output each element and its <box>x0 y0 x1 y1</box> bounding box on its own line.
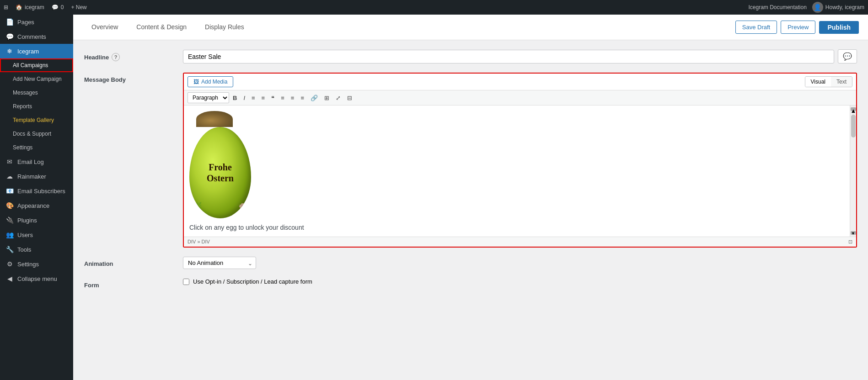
sidebar-item-messages[interactable]: Messages <box>0 86 73 100</box>
sidebar-item-rainmaker[interactable]: ☁ Rainmaker <box>0 169 73 184</box>
email-subscribers-icon: 📧 <box>5 187 14 195</box>
sidebar-item-collapse[interactable]: ◀ Collapse menu <box>0 271 73 286</box>
tools-icon: 🔧 <box>5 246 14 253</box>
rainmaker-icon: ☁ <box>5 173 14 180</box>
editor-scrollbar[interactable]: ▲ ▼ <box>850 106 856 237</box>
save-draft-button[interactable]: Save Draft <box>735 21 777 34</box>
editor-toolbar: Paragraph Heading 1 Heading 2 B I ≡ ≡ ❝ … <box>184 90 856 106</box>
message-body-label: Message Body <box>84 73 176 83</box>
editor-caption: Click on any egg to unlock your discount <box>189 224 304 231</box>
add-media-icon: 🖼 <box>193 79 199 85</box>
comments-icon: 💬 <box>52 4 59 11</box>
editor-wrapper: 🖼 Add Media Visual Text Paragraph <box>183 73 857 248</box>
ul-button[interactable]: ≡ <box>249 93 258 103</box>
table-button[interactable]: ⊞ <box>321 93 332 103</box>
sub-nav-actions: Save Draft Preview Publish <box>735 21 859 34</box>
tab-display-rules[interactable]: Display Rules <box>196 15 253 40</box>
site-name[interactable]: 🏠 icegram <box>16 4 44 11</box>
egg-decoration: ╭╮╰╯ <box>240 133 247 143</box>
collapse-icon: ◀ <box>5 275 14 282</box>
sidebar-item-settings[interactable]: ⚙ Settings <box>0 257 73 271</box>
scroll-up-arrow[interactable]: ▲ <box>851 107 856 111</box>
emoji-button[interactable]: 💬 <box>838 49 857 63</box>
view-tabs: Visual Text <box>805 76 852 87</box>
add-media-button[interactable]: 🖼 Add Media <box>188 76 233 87</box>
sidebar-item-email-subscribers[interactable]: 📧 Email Subscribers <box>0 184 73 198</box>
message-body-row: Message Body 🖼 Add Media Visual Tex <box>84 73 857 248</box>
content-area: Overview Content & Design Display Rules … <box>73 15 868 380</box>
sidebar-item-appearance[interactable]: 🎨 Appearance <box>0 198 73 213</box>
icegram-submenu: All Campaigns Add New Campaign Messages … <box>0 58 73 154</box>
animation-select[interactable]: No Animation Fade In Slide In Bounce <box>183 257 256 269</box>
sidebar-item-docs-support[interactable]: Docs & Support <box>0 127 73 141</box>
sidebar-item-template-gallery[interactable]: Template Gallery <box>0 113 73 127</box>
settings-icon: ⚙ <box>5 260 14 268</box>
tab-overview[interactable]: Overview <box>82 15 127 40</box>
align-right-button[interactable]: ≡ <box>298 93 307 103</box>
egg-top-partial <box>196 111 233 127</box>
sidebar-item-reports[interactable]: Reports <box>0 100 73 113</box>
sidebar-item-tools[interactable]: 🔧 Tools <box>0 242 73 257</box>
headline-control: 💬 <box>183 49 857 63</box>
headline-input[interactable] <box>183 50 834 63</box>
editor-body[interactable]: ╭╮╰╯ Frohe Ostern 🌿 🌸 Click on any egg t… <box>184 106 856 237</box>
comments-icon: 💬 <box>5 33 14 40</box>
sidebar-item-all-campaigns[interactable]: All Campaigns <box>0 58 73 72</box>
animation-row: Animation No Animation Fade In Slide In … <box>84 257 857 269</box>
fullscreen-button[interactable]: ⤢ <box>333 93 343 103</box>
link-button[interactable]: 🔗 <box>308 93 321 103</box>
page-content: Headline ? 💬 Message Body <box>73 40 868 380</box>
users-icon: 👥 <box>5 231 14 238</box>
sidebar-item-pages[interactable]: 📄 Pages <box>0 15 73 29</box>
sidebar-item-email-log[interactable]: ✉ Email Log <box>0 154 73 169</box>
headline-label: Headline ? <box>84 49 176 61</box>
animation-label: Animation <box>84 257 176 267</box>
sidebar-item-comments[interactable]: 💬 Comments <box>0 29 73 44</box>
plugins-icon: 🔌 <box>5 216 14 224</box>
italic-button[interactable]: I <box>241 93 248 103</box>
appearance-icon: 🎨 <box>5 202 14 209</box>
ol-button[interactable]: ≡ <box>259 93 268 103</box>
wp-icon: ⊞ <box>4 4 8 11</box>
animation-select-wrapper: No Animation Fade In Slide In Bounce <box>183 257 256 269</box>
sidebar-item-plugins[interactable]: 🔌 Plugins <box>0 213 73 227</box>
egg-text-ostern: Ostern <box>207 173 234 184</box>
form-label: Form <box>84 278 176 289</box>
egg-flower-decoration: 🌸 <box>239 203 246 210</box>
admin-bar: ⊞ 🏠 icegram 💬 0 + New Icegram Documentat… <box>0 0 868 15</box>
paragraph-select[interactable]: Paragraph Heading 1 Heading 2 <box>188 92 229 103</box>
comments-link[interactable]: 💬 0 <box>52 4 64 11</box>
wp-logo[interactable]: ⊞ <box>4 4 8 11</box>
tab-visual[interactable]: Visual <box>805 77 831 87</box>
sidebar-item-icegram[interactable]: ❄ Icegram <box>0 44 73 58</box>
sidebar: 📄 Pages 💬 Comments ❄ Icegram All Campaig… <box>0 15 73 380</box>
egg-grass-decoration: 🌿 <box>194 202 202 209</box>
headline-help-icon[interactable]: ? <box>112 53 120 61</box>
kitchen-sink-button[interactable]: ⊟ <box>344 93 355 103</box>
form-checkbox[interactable] <box>183 279 189 285</box>
main-layout: 📄 Pages 💬 Comments ❄ Icegram All Campaig… <box>0 15 868 380</box>
new-button[interactable]: + New <box>71 4 86 11</box>
preview-button[interactable]: Preview <box>781 21 815 34</box>
blockquote-button[interactable]: ❝ <box>268 93 277 103</box>
form-checkbox-area: Use Opt-in / Subscription / Lead capture… <box>183 278 857 285</box>
tab-text[interactable]: Text <box>831 77 852 87</box>
editor-image-area: ╭╮╰╯ Frohe Ostern 🌿 🌸 Click on any egg t… <box>189 111 851 231</box>
sidebar-item-users[interactable]: 👥 Users <box>0 227 73 242</box>
sidebar-item-add-new[interactable]: Add New Campaign <box>0 72 73 86</box>
user-info[interactable]: 👤 Howdy, icegram <box>812 2 864 13</box>
scroll-down-arrow[interactable]: ▼ <box>851 231 856 235</box>
site-icon: 🏠 <box>16 4 22 11</box>
form-row: Form Use Opt-in / Subscription / Lead ca… <box>84 278 857 289</box>
tab-content-design[interactable]: Content & Design <box>127 15 196 40</box>
pages-icon: 📄 <box>5 18 14 26</box>
sidebar-item-settings-icegram[interactable]: Settings <box>0 141 73 154</box>
editor-toolbar-top: 🖼 Add Media Visual Text <box>184 74 856 90</box>
scroll-thumb[interactable] <box>851 115 856 137</box>
publish-button[interactable]: Publish <box>819 21 859 34</box>
align-center-button[interactable]: ≡ <box>288 93 297 103</box>
bold-button[interactable]: B <box>230 93 240 103</box>
doc-link[interactable]: Icegram Documentation <box>748 4 806 11</box>
align-left-button[interactable]: ≡ <box>278 93 287 103</box>
editor-resize-handle[interactable]: ⊡ <box>848 239 852 245</box>
